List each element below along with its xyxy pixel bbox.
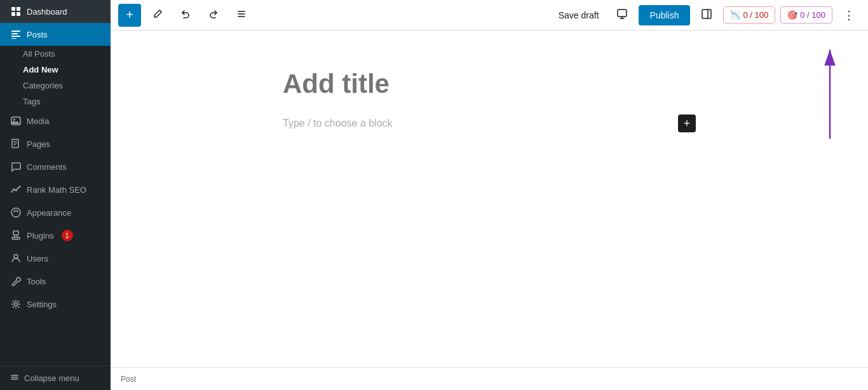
svg-rect-1 [17, 7, 20, 11]
plus-inline-icon: + [684, 118, 691, 129]
settings-sidebar-button[interactable] [695, 4, 718, 27]
sidebar-item-label: Pages [27, 139, 50, 149]
sidebar: Dashboard Posts All Posts Add New Catego… [0, 0, 111, 390]
sidebar-item-tools[interactable]: Tools [0, 270, 111, 293]
all-posts-label: All Posts [23, 49, 55, 59]
sidebar-item-label: Media [27, 116, 49, 126]
tools-icon [10, 275, 22, 287]
plugins-badge: 1 [62, 230, 73, 241]
svg-rect-5 [11, 33, 18, 34]
svg-rect-14 [13, 231, 18, 235]
collapse-icon [10, 373, 19, 384]
media-icon [10, 115, 22, 127]
status-bar: Post [111, 367, 868, 390]
seo-score-label: 0 / 100 [743, 10, 768, 20]
sidebar-item-label: Users [27, 254, 48, 263]
post-type-label: Post [121, 375, 136, 384]
sidebar-item-label: Rank Math SEO [27, 185, 86, 195]
publish-button[interactable]: Publish [639, 5, 691, 25]
sidebar-item-tags[interactable]: Tags [0, 94, 111, 109]
save-draft-label: Save draft [559, 10, 599, 20]
monitor-icon [616, 8, 628, 22]
editor-content: Type / to choose a block + [257, 69, 721, 132]
sidebar-item-dashboard[interactable]: Dashboard [0, 0, 111, 23]
sidebar-item-label: Comments [27, 162, 67, 172]
sidebar-item-label: Posts [27, 30, 48, 39]
sidebar-item-categories[interactable]: Categories [0, 78, 111, 94]
ai-score-label: 0 / 100 [800, 10, 825, 20]
ai-score-button[interactable]: 🎯 0 / 100 [780, 6, 832, 24]
sidebar-item-settings[interactable]: Settings [0, 293, 111, 316]
sidebar-item-label: Dashboard [27, 7, 67, 17]
svg-rect-3 [17, 12, 20, 16]
appearance-icon [10, 207, 22, 218]
sidebar-item-users[interactable]: Users [0, 247, 111, 270]
main-area: + Save draft [111, 0, 868, 390]
redo-button[interactable] [202, 4, 225, 27]
more-icon: ⋮ [843, 8, 855, 22]
users-icon [10, 253, 22, 264]
toolbar: + Save draft [111, 0, 868, 31]
sidebar-item-media[interactable]: Media [0, 109, 111, 132]
svg-rect-4 [11, 31, 20, 32]
sidebar-item-pages[interactable]: Pages [0, 132, 111, 155]
add-block-toolbar-button[interactable]: + [118, 4, 141, 27]
svg-rect-12 [13, 143, 17, 144]
sidebar-item-comments[interactable]: Comments [0, 155, 111, 178]
undo-icon [180, 9, 191, 22]
sidebar-item-add-new[interactable]: Add New [0, 62, 111, 78]
svg-rect-13 [13, 144, 16, 145]
list-view-button[interactable] [230, 4, 253, 27]
sidebar-item-posts[interactable]: Posts [0, 23, 111, 46]
posts-icon [10, 29, 22, 40]
add-new-label: Add New [23, 65, 58, 74]
block-placeholder-area[interactable]: Type / to choose a block + [283, 115, 696, 132]
rank-math-icon [10, 184, 22, 195]
more-options-button[interactable]: ⋮ [837, 4, 860, 27]
seo-score-button[interactable]: 📉 0 / 100 [723, 6, 775, 24]
categories-label: Categories [23, 81, 63, 90]
plugins-icon [10, 230, 22, 241]
tags-label: Tags [23, 97, 40, 106]
seo-trend-icon: 📉 [730, 10, 740, 20]
svg-rect-24 [702, 10, 711, 18]
svg-rect-2 [11, 12, 15, 16]
sidebar-item-plugins[interactable]: Plugins 1 [0, 224, 111, 247]
svg-rect-15 [12, 237, 20, 239]
sidebar-item-label: Plugins [27, 231, 54, 240]
redo-icon [208, 9, 219, 22]
svg-rect-0 [11, 7, 15, 11]
svg-rect-7 [11, 38, 17, 39]
svg-point-9 [13, 119, 15, 121]
svg-rect-6 [11, 36, 20, 37]
settings-icon [10, 298, 22, 310]
sidebar-item-appearance[interactable]: Appearance [0, 201, 111, 224]
preview-button[interactable] [611, 4, 634, 27]
collapse-menu-button[interactable]: Collapse menu [0, 366, 111, 390]
publish-label: Publish [650, 10, 679, 20]
pages-icon [10, 138, 22, 150]
sidebar-item-all-posts[interactable]: All Posts [0, 46, 111, 62]
sidebar-item-rank-math[interactable]: Rank Math SEO [0, 178, 111, 201]
editor-area[interactable]: Type / to choose a block + [111, 31, 868, 367]
arrow-annotation [804, 37, 855, 154]
comments-icon [10, 161, 22, 172]
ai-target-icon: 🎯 [787, 10, 797, 20]
list-icon [236, 9, 247, 22]
svg-rect-21 [618, 10, 627, 17]
layout-icon [701, 8, 712, 22]
undo-button[interactable] [174, 4, 197, 27]
collapse-label: Collapse menu [24, 373, 79, 383]
svg-point-17 [15, 303, 18, 306]
save-draft-button[interactable]: Save draft [552, 6, 606, 24]
sidebar-item-label: Appearance [27, 208, 71, 218]
plus-icon: + [126, 8, 133, 22]
add-block-inline-button[interactable]: + [678, 115, 696, 132]
title-field[interactable] [283, 69, 696, 115]
post-title-input[interactable] [283, 69, 696, 99]
sidebar-item-label: Tools [27, 277, 46, 286]
sidebar-item-label: Settings [27, 300, 57, 309]
svg-point-16 [14, 254, 18, 258]
dashboard-icon [10, 6, 22, 17]
tools-mode-button[interactable] [146, 4, 169, 27]
